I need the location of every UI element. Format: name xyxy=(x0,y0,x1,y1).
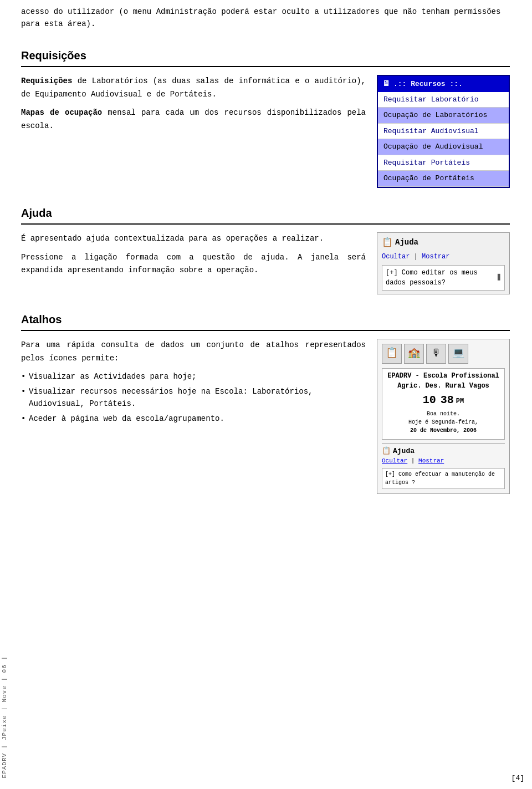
atalhos-school-info: EPADRV - Escola Profissional Agric. Des.… xyxy=(382,368,505,440)
ocupacao-portateis[interactable]: Ocupação de Portáteis xyxy=(378,171,509,187)
atalhos-ajuda-icon: 📋 xyxy=(382,446,391,457)
requisicoes-para2: Mapas de ocupação mensal para cada um do… xyxy=(21,106,366,133)
section-body-atalhos: Para uma rápida consulta de dados um con… xyxy=(21,339,510,494)
ajuda-para1: É apresentado ajuda contextualizada para… xyxy=(21,232,366,246)
recursos-panel: 🖥 .:: Recursos ::. Requisitar Laboratóri… xyxy=(377,75,510,188)
ocupacao-audiovisual[interactable]: Ocupação de Audiovisual xyxy=(378,139,509,155)
ajuda-ocultar-link[interactable]: Ocultar xyxy=(382,253,410,261)
requisitar-audiovisual[interactable]: Requisitar Audiovisual xyxy=(378,124,509,140)
section-ajuda: Ajuda É apresentado ajuda contextualizad… xyxy=(21,205,510,294)
atalhos-time-min: 38 xyxy=(441,392,454,409)
atalhos-time-row: 10 38 PM xyxy=(386,392,501,409)
atalhos-ajuda-links[interactable]: Ocultar | Mostrar xyxy=(382,456,505,466)
atalhos-school-name: EPADRV - Escola Profissional Agric. Des.… xyxy=(386,371,501,391)
section-title-requisicoes: Requisições xyxy=(21,47,510,67)
atalhos-panel-container: 📋 🏫 🎙 💻 EPADRV - Escola Profissional Agr… xyxy=(377,339,510,494)
atalhos-bullets: Visualizar as Actividades para hoje; Vis… xyxy=(21,370,366,425)
atalhos-time-hour: 10 xyxy=(423,392,436,409)
atalhos-text: Para uma rápida consulta de dados um con… xyxy=(21,339,366,427)
atalhos-time-ampm: PM xyxy=(456,396,464,406)
atalhos-icon-lab[interactable]: 🏫 xyxy=(404,344,424,364)
atalhos-icon-laptop[interactable]: 💻 xyxy=(448,344,468,364)
bullet-actividades: Visualizar as Actividades para hoje; xyxy=(21,370,366,383)
ocupacao-laboratorios[interactable]: Ocupação de Laboratórios xyxy=(378,108,509,124)
requisitar-portateis[interactable]: Requisitar Portáteis xyxy=(378,155,509,171)
monitor-icon: 🖥 xyxy=(382,78,390,90)
section-body-ajuda: É apresentado ajuda contextualizada para… xyxy=(21,232,510,294)
requisitar-laboratorio[interactable]: Requisitar Laboratório xyxy=(378,92,509,108)
atalhos-icon-calendar[interactable]: 📋 xyxy=(382,344,402,364)
ajuda-para2: Pressione a ligação formada com a questã… xyxy=(21,251,366,278)
bullet-web: Aceder à página web da escola/agrupament… xyxy=(21,413,366,425)
section-title-ajuda: Ajuda xyxy=(21,205,510,225)
ajuda-panel: 📋 Ajuda Ocultar | Mostrar [+] Como edita… xyxy=(377,232,510,294)
recursos-header: 🖥 .:: Recursos ::. xyxy=(378,76,509,92)
recursos-panel-container: 🖥 .:: Recursos ::. Requisitar Laboratóri… xyxy=(377,75,510,188)
atalhos-icon-audio[interactable]: 🎙 xyxy=(426,344,446,364)
bullet-recursos: Visualizar recursos necessários hoje na … xyxy=(21,385,366,410)
atalhos-para1: Para uma rápida consulta de dados um con… xyxy=(21,339,366,365)
section-title-atalhos: Atalhos xyxy=(21,311,510,331)
left-strip: EPADRV | JPeixe | Nove | 06 | xyxy=(0,0,16,789)
ajuda-panel-question: [+] Como editar os meus dados pessoais?▊ xyxy=(382,265,505,291)
requisicoes-text: Requisições de Laboratórios (as duas sal… xyxy=(21,75,366,139)
atalhos-icons-row: 📋 🏫 🎙 💻 xyxy=(382,344,505,364)
atalhos-ajuda-question: [+] Como efectuar a manutenção de artigo… xyxy=(382,468,505,489)
atalhos-divider xyxy=(382,443,505,444)
section-body-requisicoes: Requisições de Laboratórios (as duas sal… xyxy=(21,75,510,188)
page-number: [4] xyxy=(511,773,524,784)
atalhos-ocultar-link[interactable]: Ocultar xyxy=(382,457,407,464)
atalhos-ajuda-header: 📋 Ajuda xyxy=(382,446,505,457)
ajuda-panel-container: 📋 Ajuda Ocultar | Mostrar [+] Como edita… xyxy=(377,232,510,294)
ajuda-text: É apresentado ajuda contextualizada para… xyxy=(21,232,366,283)
ajuda-mostrar-link[interactable]: Mostrar xyxy=(422,253,449,261)
atalhos-date-value: 20 de Novembro, 2006 xyxy=(410,427,477,434)
intro-paragraph: acesso do utilizador (o menu Administraç… xyxy=(21,6,510,30)
atalhos-mostrar-link[interactable]: Mostrar xyxy=(418,457,444,464)
section-atalhos: Atalhos Para uma rápida consulta de dado… xyxy=(21,311,510,494)
vertical-label: EPADRV | JPeixe | Nove | 06 | xyxy=(0,656,9,778)
requisicoes-para1: Requisições de Laboratórios (as duas sal… xyxy=(21,75,366,101)
atalhos-greeting: Boa noite. Hoje é Segunda-feira, 20 de N… xyxy=(386,410,501,435)
ajuda-panel-header: 📋 Ajuda xyxy=(382,236,505,250)
atalhos-panel: 📋 🏫 🎙 💻 EPADRV - Escola Profissional Agr… xyxy=(377,339,510,494)
section-requisicoes: Requisições Requisições de Laboratórios … xyxy=(21,47,510,188)
main-content: acesso do utilizador (o menu Administraç… xyxy=(16,0,532,789)
ajuda-panel-links[interactable]: Ocultar | Mostrar xyxy=(382,252,505,262)
ajuda-icon: 📋 xyxy=(382,236,393,250)
